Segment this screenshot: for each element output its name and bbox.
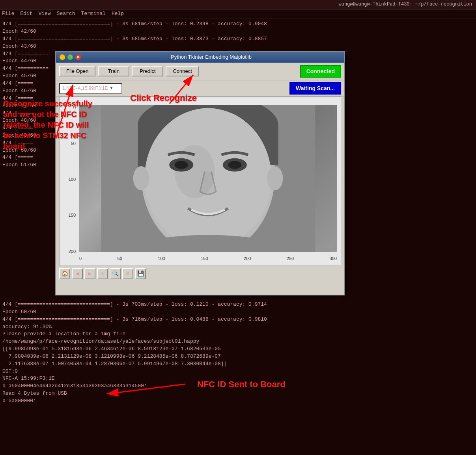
bottom-line-7: [[9.9985993e-01 5.3181593e-06 2.4634612e… [2, 345, 474, 353]
bottom-line-4: accuracy: 91.30% [2, 323, 474, 331]
dropdown-arrow-icon[interactable]: ▼ [109, 85, 113, 91]
tkinter-titlebar: − ☐ ✕ Python Tkinter Embeding Matplotlib [56, 52, 344, 63]
maximize-button[interactable]: ☐ [67, 54, 73, 60]
menu-help[interactable]: Help [112, 10, 124, 18]
file-open-button[interactable]: File Open [59, 66, 95, 76]
recognize-annotation: Recognize successfully and we got the NF… [3, 98, 92, 152]
train-button[interactable]: Train [98, 66, 129, 76]
svg-point-15 [175, 145, 215, 199]
configure-tool-button[interactable]: ⚙ [122, 268, 133, 279]
connected-status: Connected [300, 65, 341, 78]
menu-bar: File Edit View Search Terminal Help [0, 9, 476, 19]
x-axis-labels: 0 50 100 150 200 250 300 [79, 256, 337, 262]
bottom-line-2: Epoch 60/60 [2, 308, 474, 316]
bottom-line-6: /home/wangw/p/face-recognition/dataset/y… [2, 338, 474, 345]
bottom-line-13: Read 4 Bytes from USB [2, 390, 474, 397]
waiting-scan-status: Waiting Scan... [289, 82, 341, 95]
bottom-line-10: GOT:0 [2, 368, 474, 375]
tkinter-window: − ☐ ✕ Python Tkinter Embeding Matplotlib… [55, 51, 345, 295]
svg-point-12 [267, 166, 283, 190]
terminal-line-1: 4/4 [==============================] - 3… [2, 20, 474, 28]
bottom-line-3: 4/4 [==============================] - 3… [2, 316, 474, 323]
minimize-button[interactable]: − [59, 54, 65, 60]
click-recognize-annotation: Click Recognize [130, 93, 197, 104]
terminal-titlebar: wangw@wangw-ThinkPad-T430: ~/p/face-reco… [0, 0, 476, 9]
forward-tool-button[interactable]: ▶ [84, 268, 95, 279]
pan-tool-button[interactable]: ✛ [97, 268, 108, 279]
predict-button[interactable]: Predict [132, 66, 163, 76]
menu-edit[interactable]: Edit [20, 10, 32, 18]
terminal-background: wangw@wangw-ThinkPad-T430: ~/p/face-reco… [0, 0, 476, 455]
tkinter-toolbar-row1: File Open Train Predict Connect Connecte… [56, 63, 344, 80]
tkinter-toolbar-row2: 1,NFC-A,15:99:F3:1E ▼ Waiting Scan... [56, 80, 344, 97]
menu-search[interactable]: Search [57, 10, 75, 18]
face-svg [79, 105, 337, 252]
nfc-dropdown[interactable]: 1,NFC-A,15:99:F3:1E ▼ [59, 83, 122, 94]
bottom-line-9: 2.1176388e-07 1.0074058e-04 1.2870306e-0… [2, 360, 474, 368]
face-image [79, 105, 337, 252]
menu-terminal[interactable]: Terminal [81, 10, 105, 18]
home-tool-button[interactable]: 🏠 [59, 268, 70, 279]
bottom-line-5: Please provide a location for a img file [2, 331, 474, 338]
connect-button[interactable]: Connect [166, 66, 199, 76]
close-button[interactable]: ✕ [75, 54, 81, 60]
save-tool-button[interactable]: 💾 [135, 268, 146, 279]
svg-point-11 [133, 166, 149, 190]
zoom-tool-button[interactable]: 🔍 [110, 268, 121, 279]
terminal-line-3: 4/4 [==============================] - 3… [2, 35, 474, 43]
nfc-dropdown-value: 1,NFC-A,15:99:F3:1E [62, 85, 108, 92]
bottom-line-8: 7.9804039e-08 2.2131129e-08 3.1210998e-0… [2, 353, 474, 360]
nfc-sent-annotation: NFC ID Sent to Board [197, 378, 286, 391]
tkinter-window-controls[interactable]: − ☐ ✕ [59, 54, 81, 60]
menu-file[interactable]: File [2, 10, 14, 18]
tkinter-title: Python Tkinter Embeding Matplotlib [81, 54, 341, 61]
mpl-toolbar: 🏠 ◀ ▶ ✛ 🔍 ⚙ 💾 [56, 266, 344, 281]
menu-view[interactable]: View [38, 10, 50, 18]
svg-point-10 [228, 161, 241, 169]
bottom-line-14: b'5a000000' [2, 397, 474, 405]
terminal-title-text: wangw@wangw-ThinkPad-T430: ~/p/face-reco… [339, 2, 472, 7]
plot-area: 0 50 100 150 200 [59, 97, 341, 266]
terminal-line-4: Epoch 43/60 [2, 43, 474, 50]
terminal-line-2: Epoch 42/60 [2, 28, 474, 35]
bottom-line-1: 4/4 [==============================] - 3… [2, 301, 474, 308]
back-tool-button[interactable]: ◀ [72, 268, 83, 279]
